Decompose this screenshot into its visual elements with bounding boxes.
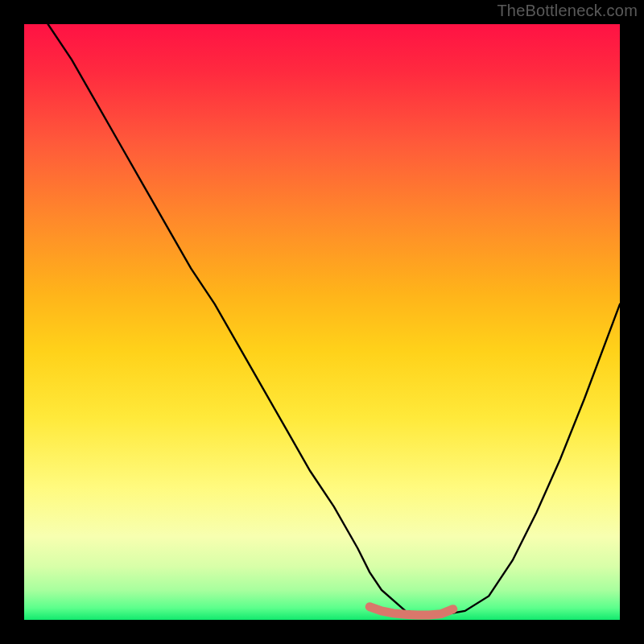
plot-area: [24, 24, 620, 620]
watermark-text: TheBottleneck.com: [497, 2, 638, 20]
curve-layer: [24, 24, 620, 620]
optimal-band: [369, 607, 453, 615]
bottleneck-curve: [48, 24, 620, 615]
chart-frame: TheBottleneck.com: [0, 0, 644, 644]
